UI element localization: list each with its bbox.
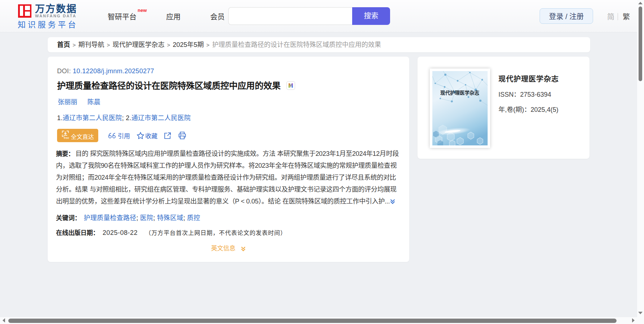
svg-text:现代护理医学杂志: 现代护理医学杂志: [440, 90, 479, 96]
svg-text:free: free: [64, 136, 69, 139]
